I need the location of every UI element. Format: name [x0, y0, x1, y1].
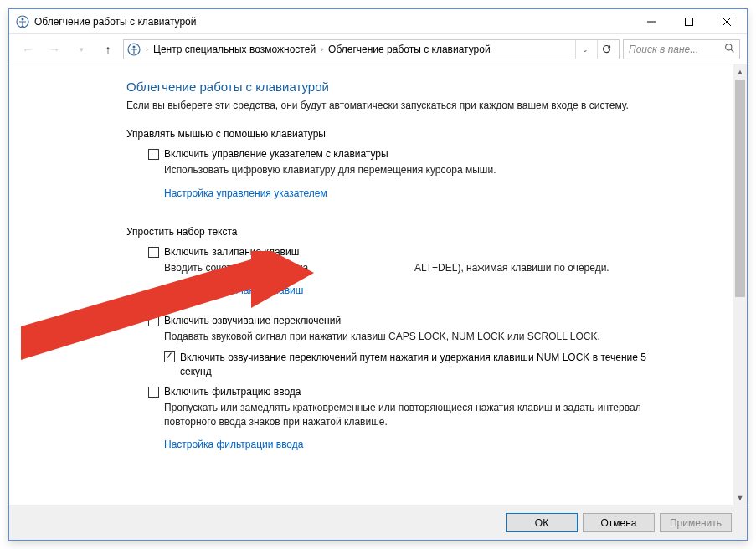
- enable-mouse-keys-checkbox[interactable]: Включить управление указателем с клавиат…: [148, 148, 724, 160]
- checkbox-label: Включить залипание клавиш: [164, 246, 299, 258]
- ease-of-access-icon: [127, 43, 141, 56]
- ease-of-access-icon: [16, 15, 29, 28]
- ok-button[interactable]: ОК: [506, 513, 578, 532]
- breadcrumb-segment[interactable]: Центр специальных возможностей: [153, 44, 316, 55]
- minimize-button[interactable]: [632, 10, 670, 33]
- forward-button[interactable]: →: [43, 38, 66, 61]
- close-button[interactable]: [707, 10, 745, 33]
- window: Облегчение работы с клавиатурой ← → ▾ ↑ …: [8, 8, 748, 541]
- cancel-button[interactable]: Отмена: [583, 513, 655, 532]
- breadcrumb-dropdown[interactable]: ⌄: [575, 40, 594, 59]
- titlebar: Облегчение работы с клавиатурой: [9, 9, 747, 34]
- search-input[interactable]: [627, 43, 724, 56]
- chevron-right-icon: ›: [146, 45, 148, 54]
- apply-button[interactable]: Применить: [660, 513, 732, 532]
- search-box[interactable]: [623, 39, 740, 59]
- recent-dropdown[interactable]: ▾: [69, 38, 93, 61]
- filter-keys-settings-link[interactable]: Настройка фильтрации ввода: [164, 439, 303, 450]
- checkbox-icon: [148, 316, 159, 326]
- vertical-scrollbar[interactable]: ▲ ▼: [733, 64, 747, 505]
- svg-rect-3: [685, 18, 692, 25]
- checkbox-icon: [148, 247, 159, 258]
- scrollbar-thumb[interactable]: [735, 80, 745, 297]
- search-icon: [724, 43, 736, 56]
- checkbox-icon: [148, 149, 159, 160]
- sticky-keys-desc: Вводить сочетание клавиш (на ALT+DEL), н…: [164, 261, 666, 275]
- page-intro: Если вы выберете эти средства, они будут…: [126, 99, 645, 113]
- checkbox-icon: [164, 351, 175, 362]
- chevron-right-icon: ›: [321, 45, 323, 54]
- breadcrumb[interactable]: › Центр специальных возможностей › Облег…: [123, 39, 620, 59]
- navbar: ← → ▾ ↑ › Центр специальных возможностей…: [9, 34, 747, 64]
- scroll-up-arrow[interactable]: ▲: [733, 64, 747, 79]
- section-typing-title: Упростить набор текста: [126, 226, 724, 238]
- checkbox-icon: [148, 387, 159, 398]
- back-button[interactable]: ←: [16, 38, 39, 61]
- content-area: Облегчение работы с клавиатурой Если вы …: [9, 64, 747, 505]
- mouse-keys-settings-link[interactable]: Настройка управления указателем: [164, 187, 327, 199]
- page-heading: Облегчение работы с клавиатурой: [126, 80, 724, 94]
- sticky-keys-settings-link[interactable]: Настройка залипания клавиш: [164, 285, 303, 296]
- sticky-keys-checkbox[interactable]: Включить залипание клавиш: [148, 246, 724, 258]
- checkbox-label: Включить фильтрацию ввода: [164, 386, 301, 398]
- checkbox-label: Включить озвучивание переключений: [164, 315, 341, 326]
- scroll-down-arrow[interactable]: ▼: [733, 490, 747, 505]
- svg-point-1: [22, 18, 24, 20]
- maximize-button[interactable]: [670, 10, 707, 33]
- toggle-keys-checkbox[interactable]: Включить озвучивание переключений: [148, 315, 724, 326]
- svg-line-9: [731, 49, 733, 52]
- button-bar: ОК Отмена Применить: [9, 505, 747, 540]
- checkbox-label: Включить управление указателем с клавиат…: [164, 148, 388, 160]
- up-button[interactable]: ↑: [96, 38, 120, 61]
- filter-keys-desc: Пропускать или замедлять кратковременные…: [164, 401, 666, 429]
- toggle-keys-numlock-checkbox[interactable]: Включить озвучивание переключений путем …: [164, 351, 724, 379]
- toggle-keys-desc: Подавать звуковой сигнал при нажатии кла…: [164, 330, 666, 344]
- svg-point-7: [133, 45, 136, 48]
- refresh-button[interactable]: [597, 40, 615, 59]
- enable-mouse-keys-desc: Использовать цифровую клавиатуру для пер…: [164, 163, 666, 177]
- svg-point-8: [725, 44, 731, 49]
- content: Облегчение работы с клавиатурой Если вы …: [9, 64, 733, 505]
- section-mouse-title: Управлять мышью с помощью клавиатуры: [126, 128, 724, 140]
- window-title: Облегчение работы с клавиатурой: [34, 16, 632, 28]
- filter-keys-checkbox[interactable]: Включить фильтрацию ввода: [148, 386, 724, 398]
- breadcrumb-segment[interactable]: Облегчение работы с клавиатурой: [328, 44, 491, 55]
- checkbox-label: Включить озвучивание переключений путем …: [180, 351, 649, 379]
